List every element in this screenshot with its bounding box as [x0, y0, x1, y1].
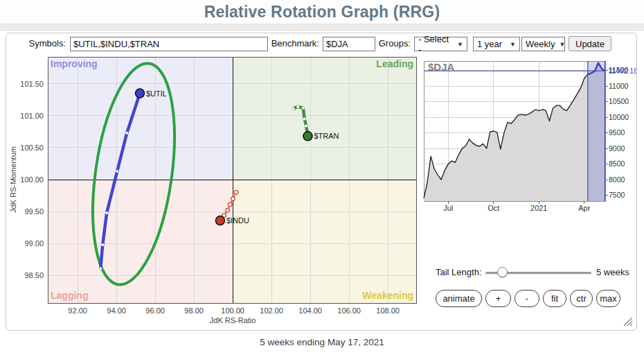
svg-text:102.00: 102.00: [260, 306, 283, 315]
page-title: Relative Rotation Graph (RRG): [204, 3, 440, 21]
svg-text:106.00: 106.00: [337, 306, 361, 315]
symbols-input[interactable]: [70, 37, 268, 51]
fit-button[interactable]: fit: [543, 290, 566, 307]
groups-select[interactable]: - Select - ▼: [414, 37, 467, 51]
x-axis-label: JdK RS-Ratio: [210, 316, 256, 324]
quadrant-label-improving: Improving: [51, 58, 98, 69]
center-button[interactable]: ctr: [570, 290, 593, 307]
svg-text:2021: 2021: [530, 204, 547, 212]
zoom-out-button[interactable]: -: [515, 290, 539, 307]
tail-length-slider-thumb[interactable]: [497, 267, 508, 277]
svg-text:100.50: 100.50: [20, 144, 44, 152]
svg-text:8000: 8000: [609, 175, 625, 184]
benchmark-input[interactable]: [323, 37, 375, 51]
max-button[interactable]: max: [596, 290, 620, 307]
chart-buttons: animate+-fitctrmax: [436, 290, 620, 308]
rrg-marker[interactable]: [136, 89, 145, 98]
symbols-label: Symbols:: [20, 36, 66, 51]
header-divider: [0, 24, 644, 31]
svg-text:94.00: 94.00: [107, 306, 126, 315]
quadrant-improving: [48, 57, 233, 180]
svg-text:Apr: Apr: [578, 204, 590, 212]
svg-text:9500: 9500: [609, 128, 625, 137]
frequency-select[interactable]: Weekly ▼: [521, 37, 565, 51]
zoom-in-button[interactable]: +: [485, 290, 511, 307]
footer-caption: 5 weeks ending May 17, 2021: [0, 337, 644, 347]
benchmark-label: Benchmark:: [269, 36, 319, 51]
benchmark-chart: 7500800085009000950010000105001100011500…: [424, 61, 636, 212]
svg-text:101.50: 101.50: [20, 80, 44, 88]
chevron-down-icon: ▼: [457, 41, 463, 48]
svg-text:10500: 10500: [609, 97, 629, 105]
svg-text:100.00: 100.00: [20, 175, 44, 184]
svg-text:100.00: 100.00: [221, 306, 244, 315]
tail-highlight-zone: [588, 61, 605, 201]
quadrant-weakening: [233, 180, 416, 303]
svg-text:98.50: 98.50: [24, 271, 44, 279]
chevron-down-icon: ▼: [559, 41, 565, 48]
benchmark-symbol-label: $DJA: [428, 61, 455, 73]
frequency-select-value: Weekly: [526, 39, 555, 49]
rrg-chart: ImprovingLeadingLaggingWeakening92.0094.…: [9, 57, 416, 324]
svg-text:101.00: 101.00: [20, 112, 44, 120]
y-axis-label: JdK RS-Momentum: [9, 146, 17, 213]
svg-text:10000: 10000: [609, 113, 629, 121]
toolbar: Symbols: Benchmark: Groups: - Select - ▼…: [6, 36, 636, 53]
svg-text:96.00: 96.00: [145, 306, 165, 315]
resize-handle-icon[interactable]: [623, 316, 633, 327]
tail-length-value: 5 weeks: [596, 265, 629, 280]
quadrant-leading: [233, 57, 416, 180]
period-select-value: 1 year: [477, 39, 502, 49]
svg-text:8500: 8500: [609, 159, 625, 168]
quadrant-label-leading: Leading: [376, 58, 413, 69]
quadrant-label-lagging: Lagging: [51, 290, 88, 301]
animate-button[interactable]: animate: [436, 290, 482, 307]
svg-text:Jul: Jul: [443, 204, 453, 212]
rrg-marker-label: $UTIL: [146, 89, 167, 98]
chevron-down-icon: ▼: [510, 41, 516, 48]
svg-text:Oct: Oct: [488, 204, 499, 212]
svg-text:99.00: 99.00: [24, 239, 44, 248]
rrg-marker[interactable]: [303, 132, 312, 141]
quadrant-lagging: [48, 180, 233, 303]
svg-text:7500: 7500: [609, 191, 625, 199]
rrg-marker[interactable]: [215, 216, 224, 225]
rrg-panel: Symbols: Benchmark: Groups: - Select - ▼…: [6, 33, 637, 331]
update-button[interactable]: Update: [569, 36, 611, 51]
rrg-marker-label: $TRAN: [314, 132, 339, 140]
svg-text:98.00: 98.00: [184, 306, 204, 315]
svg-text:108.00: 108.00: [376, 306, 400, 315]
tail-length-control: Tail Length: 5 weeks: [430, 265, 635, 280]
last-price-label: 11492.18: [608, 67, 636, 75]
svg-text:99.50: 99.50: [24, 207, 44, 216]
period-select[interactable]: 1 year ▼: [473, 37, 520, 51]
svg-text:11000: 11000: [609, 82, 629, 90]
tail-length-label: Tail Length:: [436, 265, 482, 280]
svg-text:92.00: 92.00: [68, 306, 87, 315]
groups-select-value: - Select -: [418, 34, 453, 55]
svg-text:104.00: 104.00: [298, 306, 322, 315]
groups-label: Groups:: [375, 36, 411, 51]
rrg-marker-label: $INDU: [226, 216, 249, 225]
title-bar: Relative Rotation Graph (RRG): [0, 0, 644, 24]
charts-canvas: ImprovingLeadingLaggingWeakening92.0094.…: [6, 33, 636, 330]
quadrant-label-weakening: Weakening: [362, 290, 413, 301]
svg-text:9000: 9000: [609, 144, 625, 153]
